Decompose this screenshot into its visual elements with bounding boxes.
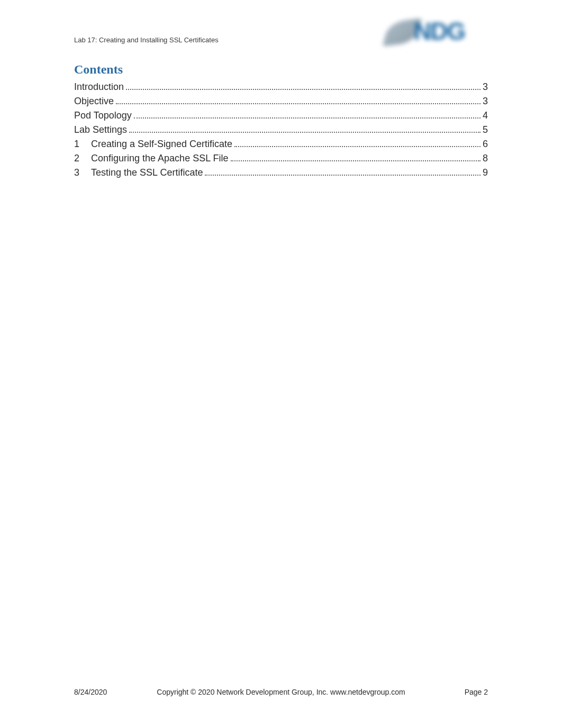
- toc-label: Lab Settings: [74, 123, 127, 137]
- contents-heading: Contents: [74, 62, 488, 77]
- toc-number: 2: [74, 151, 91, 166]
- toc-number: 1: [74, 137, 91, 151]
- toc-label: Pod Topology: [74, 108, 132, 123]
- toc-leader: [116, 96, 481, 104]
- toc-label: Testing the SSL Certificate: [91, 166, 203, 180]
- footer-date: 8/24/2020: [74, 688, 148, 696]
- toc-leader: [134, 111, 481, 119]
- toc-entry[interactable]: Lab Settings 5: [74, 123, 488, 137]
- table-of-contents: Introduction 3 Objective 3 Pod Topology …: [74, 80, 488, 180]
- toc-label: Creating a Self-Signed Certificate: [91, 137, 232, 151]
- toc-leader: [205, 168, 481, 176]
- toc-page-number: 5: [483, 123, 488, 137]
- document-page: Lab 17: Creating and Installing SSL Cert…: [0, 0, 562, 728]
- toc-entry[interactable]: Objective 3: [74, 94, 488, 108]
- toc-leader: [234, 139, 481, 147]
- footer-copyright: Copyright © 2020 Network Development Gro…: [148, 688, 414, 696]
- company-logo: NDG: [393, 16, 488, 46]
- toc-number: 3: [74, 166, 91, 180]
- toc-page-number: 4: [483, 108, 488, 123]
- toc-leader: [129, 125, 481, 133]
- toc-leader: [231, 153, 481, 161]
- toc-entry[interactable]: 3 Testing the SSL Certificate 9: [74, 166, 488, 180]
- page-header: Lab 17: Creating and Installing SSL Cert…: [74, 16, 488, 53]
- toc-label: Objective: [74, 94, 114, 108]
- toc-page-number: 9: [483, 166, 488, 180]
- toc-entry[interactable]: Introduction 3: [74, 80, 488, 94]
- toc-page-number: 6: [483, 137, 488, 151]
- toc-page-number: 8: [483, 151, 488, 166]
- toc-page-number: 3: [483, 94, 488, 108]
- toc-entry[interactable]: 1 Creating a Self-Signed Certificate 6: [74, 137, 488, 151]
- toc-leader: [126, 82, 481, 90]
- toc-label: Configuring the Apache SSL File: [91, 151, 229, 166]
- footer-page-label: Page 2: [414, 688, 488, 696]
- toc-label: Introduction: [74, 80, 124, 94]
- logo-text: NDG: [414, 17, 465, 46]
- toc-entry[interactable]: Pod Topology 4: [74, 108, 488, 123]
- toc-entry[interactable]: 2 Configuring the Apache SSL File 8: [74, 151, 488, 166]
- toc-page-number: 3: [483, 80, 488, 94]
- lab-title-text: Lab 17: Creating and Installing SSL Cert…: [74, 16, 219, 44]
- page-footer: 8/24/2020 Copyright © 2020 Network Devel…: [74, 688, 488, 696]
